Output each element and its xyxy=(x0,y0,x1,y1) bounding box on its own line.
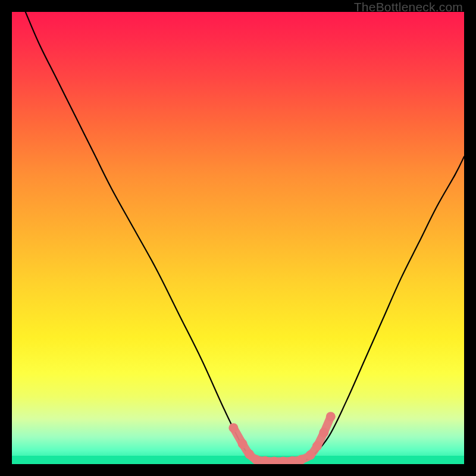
marker-point xyxy=(296,455,306,464)
chart-svg xyxy=(12,12,464,464)
curve-markers xyxy=(228,412,335,464)
marker-point xyxy=(251,455,261,464)
curve-left-curve xyxy=(26,12,254,459)
marker-point xyxy=(238,439,248,449)
marker-point xyxy=(228,423,238,433)
curve-lines xyxy=(26,12,464,462)
chart-frame xyxy=(12,12,464,464)
marker-point xyxy=(319,428,328,437)
marker-point xyxy=(312,441,322,451)
marker-point xyxy=(306,450,315,460)
marker-point xyxy=(326,412,336,421)
